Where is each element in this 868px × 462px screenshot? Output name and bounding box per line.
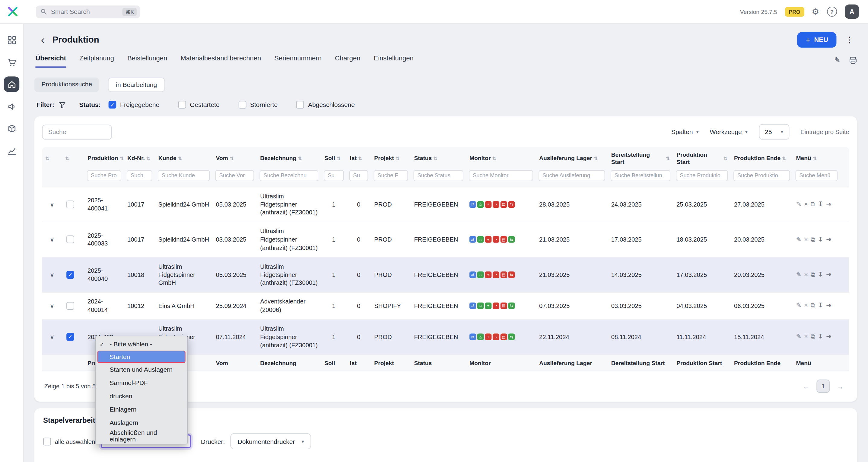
more-menu-icon[interactable]: ⋮ [845,35,854,45]
row-checkbox[interactable] [66,302,74,310]
funnel-icon[interactable] [59,101,66,108]
cancel-icon[interactable]: × [804,200,808,209]
filter-monitor-input[interactable] [469,170,533,181]
expand-row-icon[interactable]: ∨ [50,201,54,207]
sidebar-item-analytics[interactable] [4,143,19,158]
sidebar-item-warehouse[interactable] [4,121,19,136]
pdf-icon[interactable]: ↧ [818,333,823,341]
cancel-icon[interactable]: × [804,302,808,310]
table-row[interactable]: ∨ ✓ 2025-400040 10018 Ultraslim Fidgetsp… [42,258,849,293]
user-avatar[interactable]: A [845,4,859,19]
row-checkbox-checked[interactable]: ✓ [66,271,74,279]
pdf-icon[interactable]: ↧ [818,270,823,279]
filter-ist-input[interactable] [349,170,368,181]
new-button[interactable]: + NEU [797,32,836,48]
column-header-soll[interactable]: Soll⇅ [321,147,346,167]
column-header-monitor[interactable]: Monitor⇅ [466,147,536,167]
sidebar-item-marketing[interactable] [4,99,19,114]
copy-icon[interactable]: ⧉ [811,235,815,244]
cancel-icon[interactable]: × [804,333,808,341]
table-row[interactable]: ∨ 2025-400041 10017 Spielkind24 GmbH 05.… [42,187,849,223]
expand-row-icon[interactable]: ∨ [50,334,54,340]
expand-row-icon[interactable]: ∨ [50,271,54,278]
column-header-menu[interactable]: Menü⇅ [793,147,840,167]
filter-kd-nr-input[interactable] [127,170,152,181]
filter-bereitstellung-input[interactable] [611,170,671,181]
store-icon[interactable]: ⇥ [826,200,832,209]
filter-soll-input[interactable] [324,170,344,181]
select-all-option[interactable]: alle auswählen [43,437,95,445]
printer-select[interactable]: Dokumentendrucker ▾ [230,433,311,449]
filter-auslieferung-input[interactable] [538,170,605,181]
row-checkbox[interactable] [66,201,74,208]
help-icon[interactable]: ? [827,7,837,17]
app-logo-icon[interactable] [6,5,19,19]
cancel-icon[interactable]: × [804,270,808,279]
page-number-button[interactable]: 1 [816,380,830,393]
column-header-bezeichnung[interactable]: Bezeichnung⇅ [257,147,321,167]
edit-page-icon[interactable]: ✎ [834,56,840,64]
store-icon[interactable]: ⇥ [826,333,832,341]
dropdown-option-sammel-pdf[interactable]: Sammel-PDF [96,376,187,389]
dropdown-option-bitte-waehlen[interactable]: ✓ - Bitte wählen - [96,337,187,351]
chip-in-bearbeitung[interactable]: in Bearbeitung [108,78,165,92]
chip-produktionssuche[interactable]: Produktionssuche [34,78,99,92]
back-button[interactable]: ‹ [41,34,45,46]
filter-bezeichnung-input[interactable] [260,170,318,181]
checkbox[interactable] [178,101,186,109]
edit-icon[interactable]: ✎ [796,333,801,341]
copy-icon[interactable]: ⧉ [811,200,815,209]
edit-icon[interactable]: ✎ [796,200,801,209]
sidebar-item-production[interactable] [4,77,19,92]
cancel-icon[interactable]: × [804,235,808,244]
column-header-kunde[interactable]: Kunde⇅ [155,147,213,167]
tools-dropdown-button[interactable]: Werkzeuge ▾ [710,128,748,135]
expand-row-icon[interactable]: ∨ [50,302,54,309]
expand-row-icon[interactable]: ∨ [50,236,54,243]
column-header-produktion-start[interactable]: Produktion Start⇅ [673,147,731,167]
column-header-produktion-ende[interactable]: Produktion Ende⇅ [731,147,793,167]
pdf-icon[interactable]: ↧ [818,235,823,244]
dropdown-option-abschliessen-und-einlagern[interactable]: Abschließen und einlagern [96,429,187,443]
sidebar-item-dashboard[interactable] [4,32,19,48]
filter-vom-input[interactable] [215,170,254,181]
dropdown-option-drucken[interactable]: drucken [96,389,187,403]
tab-zeitplanung[interactable]: Zeitplanung [79,54,114,68]
prev-page-icon[interactable]: ← [803,382,810,391]
column-header-select[interactable]: ⇅ [62,147,84,167]
filter-menu-input[interactable] [796,170,838,181]
edit-icon[interactable]: ✎ [796,302,801,310]
tab-chargen[interactable]: Chargen [335,54,360,68]
filter-option-gestartete[interactable]: Gestartete [178,101,220,109]
dropdown-option-starten-und-auslagern[interactable]: Starten und Auslagern [96,363,187,376]
column-header-status[interactable]: Status⇅ [411,147,466,167]
next-page-icon[interactable]: → [836,382,843,391]
tab-uebersicht[interactable]: Übersicht [35,54,66,68]
filter-option-abgeschlossene[interactable]: Abgeschlossene [297,101,355,109]
copy-icon[interactable]: ⧉ [811,302,815,310]
select-all-checkbox[interactable] [43,437,51,445]
store-icon[interactable]: ⇥ [826,270,832,279]
page-size-select[interactable]: 25 ▾ [759,124,789,140]
dropdown-option-einlagern[interactable]: Einlagern [96,403,187,416]
copy-icon[interactable]: ⧉ [811,333,815,341]
settings-gear-icon[interactable]: ⚙ [812,7,819,17]
checkbox[interactable] [297,101,304,109]
tab-materialbestand[interactable]: Materialbestand berechnen [180,54,261,68]
filter-produktion-ende-input[interactable] [734,170,790,181]
row-checkbox-checked[interactable]: ✓ [66,333,74,341]
checkbox-checked[interactable]: ✓ [108,101,117,109]
table-row[interactable]: ∨ 2024-400014 10012 Eins A GmbH 25.09.20… [42,293,849,319]
column-header-ist[interactable]: Ist⇅ [347,147,371,167]
pdf-icon[interactable]: ↧ [818,200,823,209]
copy-icon[interactable]: ⧉ [811,270,815,279]
dropdown-option-starten[interactable]: Starten [97,351,186,363]
filter-status-input[interactable] [414,170,463,181]
row-checkbox[interactable] [66,236,74,244]
tab-beistellungen[interactable]: Beistellungen [127,54,167,68]
filter-projekt-input[interactable] [374,170,408,181]
store-icon[interactable]: ⇥ [826,235,832,244]
column-header-expand[interactable]: ⇅ [42,147,62,167]
tab-seriennummern[interactable]: Seriennummern [274,54,321,68]
filter-option-freigegebene[interactable]: ✓ Freigegebene [108,101,160,109]
